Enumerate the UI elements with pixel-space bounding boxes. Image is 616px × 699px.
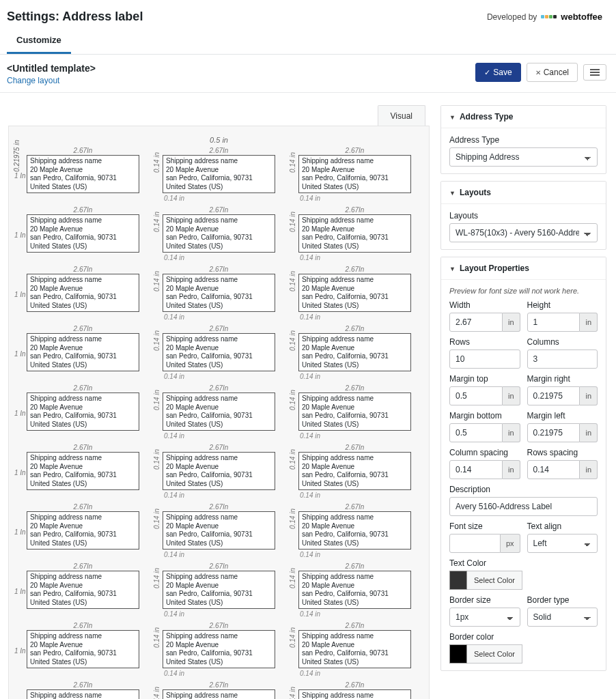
check-icon — [484, 68, 490, 77]
layouts-select[interactable]: WL-875(10x3) - Avery 5160-Address Label — [449, 223, 598, 242]
col-width-label: 2.67In — [298, 384, 411, 392]
col-width-label: 2.67In — [298, 622, 411, 629]
address-box: Shipping address name20 Maple Avenuesan … — [27, 689, 139, 699]
label-cell[interactable]: 2.67In0.14 inShipping address name20 Map… — [163, 562, 275, 618]
margin-left-input[interactable] — [527, 423, 580, 442]
panel-layout-properties: Layout Properties Preview for font size … — [440, 257, 606, 671]
label-cell[interactable]: 2.67In1 InShipping address name20 Maple … — [27, 503, 139, 558]
address-box: Shipping address name20 Maple Avenuesan … — [27, 214, 139, 253]
panel-head-layout-properties[interactable]: Layout Properties — [441, 257, 606, 280]
change-layout-link[interactable]: Change layout — [7, 76, 59, 85]
col-width-label: 2.67In — [27, 384, 139, 392]
label-cell[interactable]: 2.67In1 InShipping address name20 Maple … — [27, 384, 139, 440]
description-input[interactable] — [449, 497, 598, 516]
label-cell[interactable]: 2.67In0.14 inShipping address name20 Map… — [163, 503, 275, 558]
label-cell[interactable]: 2.67In1 InShipping address name20 Maple … — [27, 681, 139, 699]
label-cell[interactable]: 2.67In0.14 inShipping address name20 Map… — [163, 384, 275, 440]
label-cell[interactable]: 2.67In0.14 inShipping address name20 Map… — [298, 503, 411, 558]
row-gap-label: 0.14 in — [163, 254, 275, 261]
label-cell[interactable]: 2.67In0.14 inShipping address name20 Map… — [298, 147, 411, 202]
row-gap-side-label: 0.14 in — [153, 568, 160, 588]
label-cell[interactable]: 2.67In0.14 inShipping address name20 Map… — [298, 562, 411, 618]
label-cell[interactable]: 2.67In0.14 inShipping address name20 Map… — [163, 266, 275, 321]
margin-left-label: 0.21975 in — [13, 140, 20, 172]
text-color-swatch — [449, 571, 467, 590]
label-cell[interactable]: 2.67In0.14 inShipping address name20 Map… — [163, 147, 275, 202]
row-gap-label: 0.14 in — [298, 432, 411, 440]
text-align-select[interactable]: Left — [527, 534, 598, 553]
label-cell[interactable]: 2.67In0.14 inShipping address name20 Map… — [163, 206, 275, 261]
label-cell[interactable]: 2.67In0.14 inShipping address name20 Map… — [163, 325, 275, 380]
label-cell[interactable]: 2.67In0.14 inShipping address name20 Map… — [298, 384, 411, 440]
chevron-down-icon — [449, 112, 456, 122]
address-box: Shipping address name20 Maple Avenuesan … — [27, 333, 139, 371]
label-cell[interactable]: 2.67In0.14 inShipping address name20 Map… — [298, 444, 411, 499]
col-width-label: 2.67In — [163, 681, 275, 689]
label-cell[interactable]: 2.67In0.14 inShipping address name20 Map… — [298, 325, 411, 380]
row-gap-label: 0.14 in — [163, 195, 275, 202]
text-color-button[interactable]: Select Color — [467, 571, 522, 590]
border-type-select[interactable]: Solid — [527, 608, 598, 627]
margin-right-input[interactable] — [527, 386, 580, 405]
panel-layouts: Layouts Layouts WL-875(10x3) - Avery 516… — [440, 181, 606, 250]
row-gap-side-label: 0.14 in — [153, 390, 160, 410]
page-title: Settings: Address label — [7, 10, 143, 24]
row-spacing-input[interactable] — [527, 460, 580, 479]
preview-tab-visual[interactable]: Visual — [378, 105, 425, 126]
col-width-label: 2.67In — [27, 444, 139, 451]
address-type-select[interactable]: Shipping Address — [449, 147, 598, 167]
row-height-label: 1 In — [14, 587, 26, 595]
rows-input[interactable] — [449, 350, 520, 369]
width-input[interactable] — [449, 313, 503, 332]
margin-top-input[interactable] — [449, 386, 503, 405]
row-gap-label: 0.14 in — [298, 610, 411, 618]
label-cell[interactable]: 2.67In1 InShipping address name20 Maple … — [27, 147, 139, 202]
chevron-down-icon — [449, 188, 456, 197]
margin-bottom-input[interactable] — [449, 423, 503, 442]
row-height-label: 1 In — [14, 171, 26, 179]
row-gap-side-label: 0.14 in — [153, 449, 160, 470]
column-spacing-input[interactable] — [449, 460, 503, 479]
label-cell[interactable]: 2.67In0.14 inShipping address name20 Map… — [163, 622, 275, 677]
label-cell[interactable]: 2.67In1 InShipping address name20 Maple … — [27, 266, 139, 321]
col-width-label: 2.67In — [27, 325, 139, 332]
font-size-input[interactable] — [449, 534, 501, 553]
address-box: Shipping address name20 Maple Avenuesan … — [163, 393, 275, 431]
label-cell[interactable]: 2.67In1 InShipping address name20 Maple … — [27, 444, 139, 499]
label-cell[interactable]: 2.67In0.14 inShipping address name20 Map… — [163, 681, 275, 699]
cancel-button[interactable]: Cancel — [527, 63, 578, 82]
label-cell[interactable]: 2.67In1 InShipping address name20 Maple … — [27, 206, 139, 261]
label-cell[interactable]: 2.67In0.14 inShipping address name20 Map… — [298, 681, 411, 699]
label-cell[interactable]: 2.67In0.14 inShipping address name20 Map… — [163, 444, 275, 499]
row-gap-side-label: 0.14 in — [289, 390, 296, 410]
more-menu-button[interactable] — [583, 64, 606, 81]
label-cell[interactable]: 2.67In1 InShipping address name20 Maple … — [27, 325, 139, 380]
label-cell[interactable]: 2.67In1 InShipping address name20 Maple … — [27, 622, 139, 677]
row-gap-label: 0.14 in — [298, 195, 411, 202]
label-cell[interactable]: 2.67In0.14 inShipping address name20 Map… — [298, 206, 411, 261]
label-cell[interactable]: 2.67In0.14 inShipping address name20 Map… — [298, 266, 411, 321]
layouts-label: Layouts — [449, 211, 598, 220]
col-width-label: 2.67In — [298, 147, 411, 154]
col-width-label: 2.67In — [163, 206, 275, 214]
col-width-label: 2.67In — [298, 503, 411, 511]
developed-by: Developed by webtoffee — [487, 12, 602, 22]
panel-head-layouts[interactable]: Layouts — [441, 182, 606, 204]
row-gap-side-label: 0.14 in — [289, 568, 296, 588]
height-input[interactable] — [527, 313, 580, 332]
save-button[interactable]: Save — [475, 63, 520, 82]
brand-dots-icon — [541, 15, 557, 18]
tab-customize[interactable]: Customize — [7, 28, 71, 54]
label-cell[interactable]: 2.67In0.14 inShipping address name20 Map… — [298, 622, 411, 677]
border-color-swatch — [449, 644, 467, 664]
address-box: Shipping address name20 Maple Avenuesan … — [298, 511, 411, 550]
border-color-button[interactable]: Select Color — [467, 644, 522, 664]
col-width-label: 2.67In — [163, 503, 275, 511]
row-gap-label: 0.14 in — [163, 551, 275, 558]
columns-input[interactable] — [527, 350, 598, 369]
label-cell[interactable]: 2.67In1 InShipping address name20 Maple … — [27, 562, 139, 618]
col-width-label: 2.67In — [27, 622, 139, 629]
col-width-label: 2.67In — [163, 444, 275, 451]
border-size-select[interactable]: 1px — [449, 608, 520, 627]
panel-head-address-type[interactable]: Address Type — [441, 106, 606, 128]
